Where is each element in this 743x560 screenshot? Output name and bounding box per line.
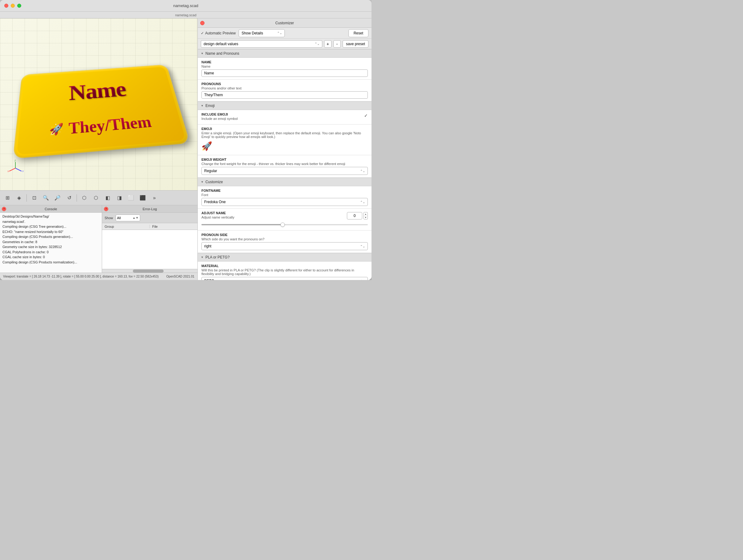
preset-row: design default values ⌃⌄ + - save preset (198, 39, 372, 49)
field-emoji: EMOJI Enter a single emoji. (Open your e… (198, 125, 372, 155)
fontname-value: Fredoka One (204, 200, 226, 204)
show-details-select[interactable]: Show Details ⌃⌄ (238, 29, 285, 37)
status-bar: Viewport: translate = [ 26.18 14.73 -11.… (0, 273, 198, 280)
view-bottom-button[interactable]: ⬡ (90, 192, 101, 203)
console-line: Geometry cache size in bytes: 3228512 (2, 244, 99, 249)
console-line: Compiling design (CSG Products normaliza… (2, 260, 99, 265)
material-desc: Will this be printed in PLA or PETG? (Th… (202, 268, 368, 276)
add-preset-button[interactable]: + (324, 40, 332, 48)
perspective-button[interactable]: ◈ (13, 192, 25, 203)
nametag-3d-view: Name 🚀 They/Them (22, 55, 176, 154)
customizer-body[interactable]: ▼ Name and Pronouns NAME Name PRONOUNS P… (198, 49, 372, 280)
adjust-name-value[interactable]: 0 (347, 212, 362, 220)
section-header-customize[interactable]: ▼ Customize (198, 178, 372, 186)
file-column-header: File (150, 225, 198, 228)
subtitle-text: nametag.scad (175, 13, 196, 17)
section-header-material[interactable]: ▼ PLA or PETG? (198, 253, 372, 262)
console-line: Compiling design (CSG Tree generation)..… (2, 224, 99, 229)
errorlog-scrollbar[interactable] (102, 269, 198, 273)
console-header: ✕ Console (0, 205, 102, 213)
errorlog-table-header: Group File (102, 223, 198, 230)
main-window: nametag.scad nametag.scad Name 🚀 They/Th… (0, 0, 372, 280)
reset-view-button[interactable]: ↺ (64, 192, 75, 203)
console-panel: ✕ Console Desktop/3d Designs/NameTag/nam… (0, 205, 102, 273)
emoji-weight-value: Regular (204, 169, 217, 173)
view-top-button[interactable]: ⬡ (79, 192, 90, 203)
material-select[interactable]: PETG ⌃⌄ (202, 277, 368, 280)
view-left-button[interactable]: ◧ (102, 192, 113, 203)
adjust-name-down-icon[interactable]: ▼ (364, 216, 367, 220)
console-close-button[interactable]: ✕ (2, 207, 6, 211)
name-field-label: NAME (202, 60, 368, 64)
adjust-name-slider-thumb[interactable] (280, 223, 285, 227)
view-front-button[interactable]: ⬜ (126, 192, 137, 203)
view-all-button[interactable]: ⊞ (2, 192, 13, 203)
name-field-desc: Name (202, 64, 368, 68)
nametag-emoji: 🚀 (49, 122, 64, 136)
zoom-out-button[interactable]: 🔎 (52, 192, 63, 203)
errorlog-title: Error-Log (143, 207, 157, 211)
nametag-inner: Name 🚀 They/Them (16, 67, 186, 155)
toolbar-sep-1 (27, 194, 27, 202)
name-input[interactable] (202, 69, 368, 77)
pronoun-side-value: right (204, 244, 211, 248)
pronoun-side-select[interactable]: right ⌃⌄ (202, 242, 368, 250)
section-header-name-pronouns[interactable]: ▼ Name and Pronouns (198, 49, 372, 58)
console-content[interactable]: Desktop/3d Designs/NameTag/nametag.scad'… (0, 213, 102, 273)
emoji-weight-select[interactable]: Regular ⌃⌄ (202, 167, 368, 175)
maximize-button[interactable] (17, 4, 21, 8)
field-include-emoji: INCLUDE EMOJI Include an emoji symbol ✓ (198, 110, 372, 125)
pronouns-input[interactable] (202, 91, 368, 99)
scrollbar-thumb[interactable] (133, 270, 164, 273)
fontname-label: FONTNAME (202, 189, 368, 192)
emoji-value-display[interactable]: 🚀 (202, 140, 368, 152)
field-pronoun-side: PRONOUN SIDE Which side do you want the … (198, 231, 372, 253)
auto-preview-control[interactable]: ✓ Automatic Preview (201, 31, 235, 35)
customizer-titlebar: Customizer (198, 18, 372, 28)
viewport-toolbar: ⊞ ◈ ⊡ 🔍 🔎 ↺ ⬡ ⬡ ◧ ◨ ⬜ ⬛ » (0, 190, 198, 205)
errorlog-close-button[interactable]: ✕ (104, 207, 108, 211)
section-header-emoji[interactable]: ▼ Emoji (198, 101, 372, 110)
save-preset-button[interactable]: save preset (343, 40, 368, 48)
preset-select[interactable]: design default values ⌃⌄ (201, 40, 322, 48)
minimize-button[interactable] (11, 4, 15, 8)
pronouns-field-label: PRONOUNS (202, 82, 368, 86)
viewport-status: Viewport: translate = [ 26.18 14.73 -11.… (3, 275, 159, 278)
adjust-name-up-icon[interactable]: ▲ (364, 213, 367, 216)
field-material: MATERIAL Will this be printed in PLA or … (198, 262, 372, 280)
fontname-select[interactable]: Fredoka One ⌃⌄ (202, 198, 368, 206)
errorlog-filter-select[interactable]: All ▲▼ (116, 215, 140, 221)
include-emoji-label: INCLUDE EMOJI (202, 112, 364, 116)
pronoun-side-desc: Which side do you want the pronouns on? (202, 237, 368, 241)
include-emoji-checkbox[interactable]: ✓ (364, 113, 368, 118)
show-label: Show (104, 216, 113, 220)
adjust-name-left: ADJUST NAME Adjust name vertically (202, 211, 347, 220)
openscad-version: OpenSCAD 2021.01 (166, 275, 194, 278)
more-views-button[interactable]: » (149, 192, 160, 203)
nametag-name-text: Name (69, 79, 127, 104)
zoom-all-button[interactable]: ⊡ (29, 192, 40, 203)
field-adjust-name: ADJUST NAME Adjust name vertically 0 ▲ ▼ (198, 209, 372, 231)
remove-preset-button[interactable]: - (333, 40, 341, 48)
adjust-name-arrows[interactable]: ▲ ▼ (363, 212, 368, 220)
show-details-label: Show Details (242, 31, 263, 35)
emoji-weight-desc: Change the font weight for the emoji - t… (202, 162, 368, 166)
svg-line-1 (9, 168, 15, 171)
console-line: Compiling design (CSG Products generatio… (2, 234, 99, 239)
adjust-name-slider-container (202, 222, 368, 228)
zoom-in-button[interactable]: 🔍 (40, 192, 51, 203)
material-section-collapse-icon: ▼ (201, 256, 204, 259)
view-right-button[interactable]: ◨ (114, 192, 125, 203)
emoji-weight-label: EMOJI WEIGHT (202, 158, 368, 161)
subtitle-bar: nametag.scad (0, 12, 372, 18)
console-title: Console (45, 207, 57, 211)
customizer-top-toolbar: ✓ Automatic Preview Show Details ⌃⌄ Rese… (198, 28, 372, 39)
adjust-name-slider-track[interactable] (202, 224, 368, 225)
viewport[interactable]: Name 🚀 They/Them Y (0, 18, 198, 190)
toolbar-sep-2 (77, 194, 77, 202)
reset-button[interactable]: Reset (348, 29, 368, 37)
view-back-button[interactable]: ⬛ (137, 192, 148, 203)
auto-preview-label: Automatic Preview (205, 31, 235, 35)
close-button[interactable] (4, 4, 8, 8)
customizer-close-button[interactable] (200, 21, 205, 25)
